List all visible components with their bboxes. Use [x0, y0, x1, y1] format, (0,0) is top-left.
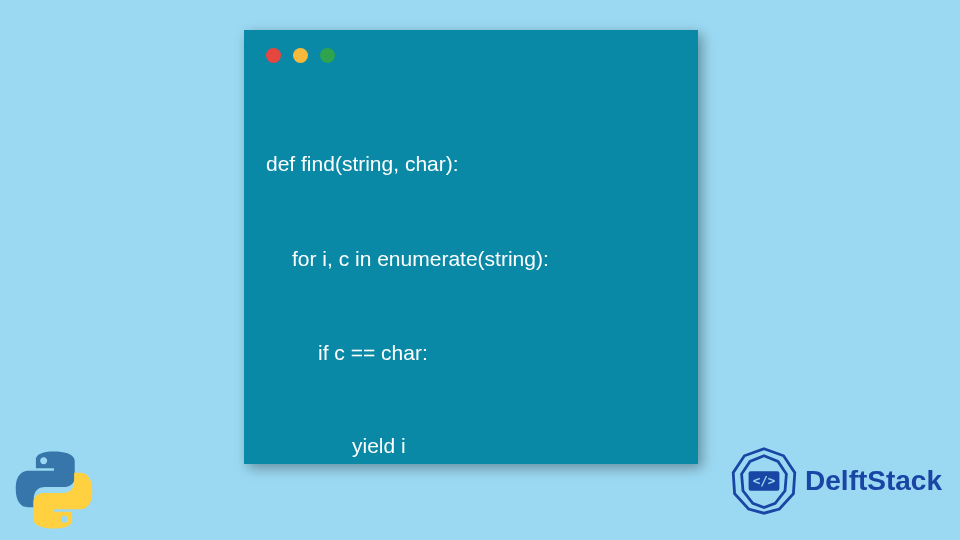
traffic-light-dots [266, 48, 335, 63]
code-window: def find(string, char): for i, c in enum… [244, 30, 698, 464]
python-logo-icon [14, 450, 94, 530]
close-icon [266, 48, 281, 63]
code-line: for i, c in enumerate(string): [266, 243, 680, 275]
brand-badge-icon: </> [729, 446, 799, 516]
svg-text:</>: </> [753, 473, 776, 488]
code-line: def find(string, char): [266, 148, 680, 180]
brand-name: DelftStack [805, 465, 942, 497]
code-block: def find(string, char): for i, c in enum… [266, 85, 680, 540]
brand: </> DelftStack [729, 446, 942, 516]
minimize-icon [293, 48, 308, 63]
code-line: if c == char: [266, 337, 680, 369]
maximize-icon [320, 48, 335, 63]
code-line: yield i [266, 430, 680, 462]
